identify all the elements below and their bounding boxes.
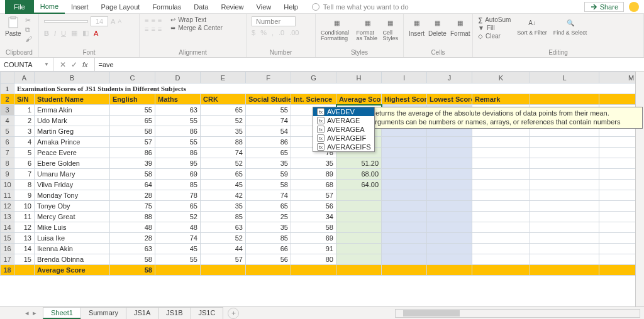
add-sheet-button[interactable]: ＋ bbox=[228, 308, 239, 319]
cell[interactable] bbox=[427, 201, 472, 212]
autocomplete-item[interactable]: fxAVERAGEA bbox=[313, 125, 374, 134]
cell[interactable]: 95 bbox=[155, 158, 201, 169]
cell[interactable]: 58 bbox=[110, 265, 155, 276]
cell[interactable]: 56 bbox=[246, 254, 291, 265]
conditional-formatting-button[interactable]: ▦Conditional Formatting bbox=[321, 16, 353, 41]
cell[interactable]: 57 bbox=[110, 137, 155, 148]
cell[interactable] bbox=[336, 190, 382, 201]
cell[interactable] bbox=[427, 180, 472, 190]
cell[interactable]: 86 bbox=[155, 148, 201, 158]
sort-filter-button[interactable]: A↓Sort & Filter bbox=[517, 16, 547, 36]
sheet-tab[interactable]: JS1A bbox=[126, 307, 158, 319]
cell[interactable]: Vilva Friday bbox=[35, 180, 110, 190]
align-center-icon[interactable]: ≡ bbox=[151, 25, 155, 33]
merge-center-button[interactable]: ⬌Merge & Center bbox=[170, 24, 223, 31]
cell[interactable]: 89 bbox=[291, 169, 336, 180]
header-cell[interactable]: Remark bbox=[472, 94, 530, 105]
horizontal-scrollbar[interactable] bbox=[395, 309, 640, 318]
accounting-button[interactable]: $ bbox=[252, 29, 255, 36]
col-header-G[interactable]: G bbox=[291, 72, 336, 84]
cell[interactable] bbox=[427, 233, 472, 244]
grow-font-icon[interactable]: A bbox=[111, 18, 115, 25]
col-header-D[interactable]: D bbox=[155, 72, 201, 84]
cell[interactable] bbox=[382, 148, 427, 158]
cell[interactable]: 88 bbox=[201, 137, 246, 148]
tab-help[interactable]: Help bbox=[277, 0, 304, 14]
cell[interactable]: 55 bbox=[155, 254, 201, 265]
cell[interactable]: 85 bbox=[155, 180, 201, 190]
feedback-smiley-icon[interactable] bbox=[629, 2, 639, 12]
cell[interactable]: 65 bbox=[110, 116, 155, 126]
cell[interactable]: 63 bbox=[155, 105, 201, 116]
cell[interactable]: 56 bbox=[291, 201, 336, 212]
cell[interactable]: 9 bbox=[14, 190, 35, 201]
cell[interactable]: 35 bbox=[201, 126, 246, 137]
cell[interactable]: 74 bbox=[246, 190, 291, 201]
cell[interactable]: Average Score bbox=[35, 265, 110, 276]
cell[interactable]: 13 bbox=[14, 233, 35, 244]
row-header[interactable]: 1 bbox=[1, 84, 14, 94]
cell[interactable]: 39 bbox=[110, 158, 155, 169]
col-header-A[interactable]: A bbox=[14, 72, 35, 84]
font-size-combo[interactable]: 14 bbox=[91, 16, 108, 26]
cell[interactable]: Tonye Oby bbox=[35, 201, 110, 212]
cell[interactable]: 80 bbox=[291, 254, 336, 265]
cell[interactable]: 91 bbox=[291, 244, 336, 254]
cell[interactable]: Luisa Ike bbox=[35, 233, 110, 244]
row-header[interactable]: 16 bbox=[1, 244, 14, 254]
cell[interactable]: 52 bbox=[201, 116, 246, 126]
cell[interactable]: 35 bbox=[246, 222, 291, 233]
underline-button[interactable]: U bbox=[61, 30, 66, 37]
cell[interactable]: 68 bbox=[291, 180, 336, 190]
cell[interactable]: 6 bbox=[14, 158, 35, 169]
name-box[interactable]: COUNTA ▼ bbox=[0, 58, 53, 71]
align-top-icon[interactable]: ≡ bbox=[145, 16, 148, 24]
format-cells-button[interactable]: ▦Format bbox=[450, 16, 470, 37]
autocomplete-item[interactable]: fxAVERAGEIFS bbox=[313, 143, 374, 151]
fx-icon[interactable]: fx bbox=[82, 61, 88, 68]
cancel-formula-icon[interactable]: ✕ bbox=[60, 60, 66, 69]
cell[interactable]: 78 bbox=[155, 190, 201, 201]
cell[interactable] bbox=[427, 169, 472, 180]
cell[interactable]: 66 bbox=[246, 244, 291, 254]
cell[interactable] bbox=[336, 201, 382, 212]
cell[interactable]: 10 bbox=[14, 201, 35, 212]
header-cell[interactable]: Average Sco bbox=[336, 94, 382, 105]
row-header[interactable]: 11 bbox=[1, 190, 14, 201]
clear-button[interactable]: ◇ Clear bbox=[478, 33, 511, 40]
cell[interactable] bbox=[427, 137, 472, 148]
font-color-button[interactable]: A bbox=[94, 30, 98, 37]
cell[interactable]: 65 bbox=[201, 105, 246, 116]
delete-cells-button[interactable]: ▦Delete bbox=[428, 16, 447, 37]
sheet-nav-next-icon[interactable]: ▸ bbox=[33, 309, 36, 317]
cell[interactable]: 35 bbox=[201, 201, 246, 212]
cell[interactable]: 68.00 bbox=[336, 169, 382, 180]
cell[interactable]: 35 bbox=[291, 158, 336, 169]
cell[interactable]: Emma Akin bbox=[35, 105, 110, 116]
sheet-tab[interactable]: JS1B bbox=[158, 307, 191, 319]
row-header[interactable]: 9 bbox=[1, 169, 14, 180]
cell[interactable] bbox=[427, 158, 472, 169]
cell[interactable] bbox=[427, 190, 472, 201]
header-cell[interactable]: S/N bbox=[14, 94, 35, 105]
cell[interactable]: 57 bbox=[201, 254, 246, 265]
share-button[interactable]: Share bbox=[584, 2, 624, 12]
cell[interactable]: Peace Evere bbox=[35, 148, 110, 158]
cell[interactable] bbox=[427, 148, 472, 158]
align-mid-icon[interactable]: ≡ bbox=[151, 16, 155, 24]
sheet-nav-prev-icon[interactable]: ◂ bbox=[25, 309, 29, 317]
cell[interactable]: 86 bbox=[246, 137, 291, 148]
cell[interactable] bbox=[427, 222, 472, 233]
cell[interactable]: 25 bbox=[246, 212, 291, 222]
cell[interactable]: 15 bbox=[14, 254, 35, 265]
tell-me-search[interactable]: Tell me what you want to do bbox=[312, 3, 409, 11]
cell[interactable]: Martin Greg bbox=[35, 126, 110, 137]
cell[interactable] bbox=[382, 180, 427, 190]
format-painter-icon[interactable]: 🖌 bbox=[25, 35, 32, 43]
col-header-B[interactable]: B bbox=[35, 72, 110, 84]
cell[interactable]: 75 bbox=[110, 201, 155, 212]
cell[interactable] bbox=[382, 169, 427, 180]
cell[interactable]: 8 bbox=[14, 180, 35, 190]
align-right-icon[interactable]: ≡ bbox=[158, 25, 162, 33]
col-header-I[interactable]: I bbox=[382, 72, 427, 84]
